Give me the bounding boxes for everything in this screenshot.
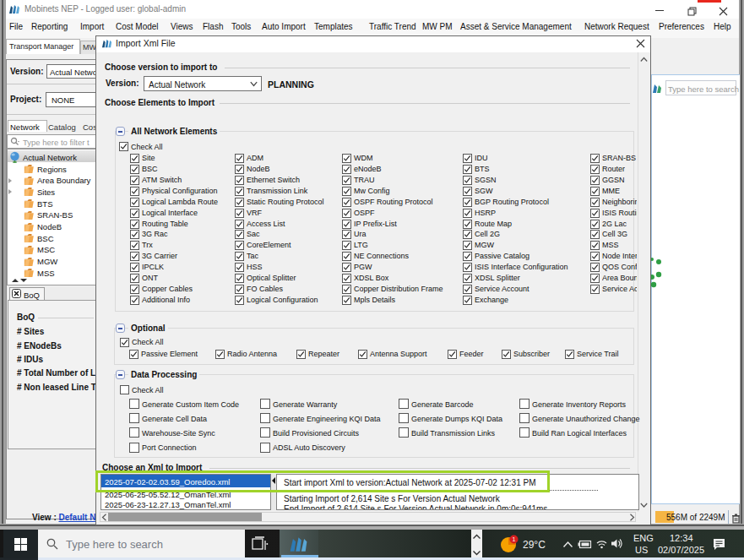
svg-text:1: 1 xyxy=(513,536,516,542)
